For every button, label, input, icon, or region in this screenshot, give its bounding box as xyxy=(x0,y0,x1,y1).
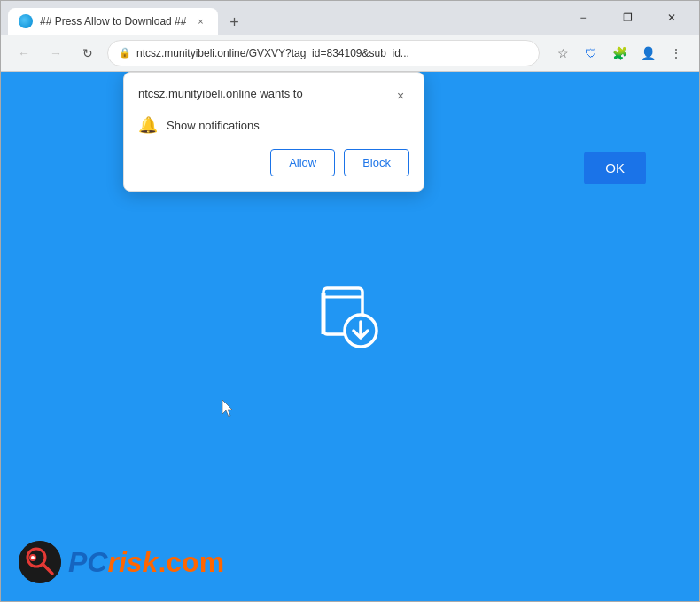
svg-marker-10 xyxy=(222,400,232,417)
address-input[interactable]: 🔒 ntcsz.munityibeli.online/GVXVY?tag_id=… xyxy=(107,40,540,66)
permission-label: Show notifications xyxy=(167,119,260,132)
new-tab-button[interactable]: + xyxy=(222,10,246,35)
popup-permission: 🔔 Show notifications xyxy=(138,115,409,135)
popup-header: ntcsz.munityibeli.online wants to × xyxy=(138,87,409,105)
profile-icon[interactable]: 👤 xyxy=(635,41,660,66)
extension-icon[interactable]: 🧩 xyxy=(607,41,632,66)
risk-text: risk xyxy=(107,546,158,578)
popup-buttons: Allow Block xyxy=(138,149,409,176)
page-content: ntcsz.munityibeli.online wants to × 🔔 Sh… xyxy=(1,72,699,601)
shield-icon[interactable]: 🛡 xyxy=(579,41,603,66)
notification-popup: ntcsz.munityibeli.online wants to × 🔔 Sh… xyxy=(123,72,424,192)
window-controls: − ❐ ✕ xyxy=(563,4,692,31)
bookmark-icon[interactable]: ☆ xyxy=(550,41,575,66)
minimize-button[interactable]: − xyxy=(563,4,603,31)
title-bar: ## Press Allow to Download ## × + − ❐ ✕ xyxy=(1,1,699,35)
svg-point-5 xyxy=(19,541,61,583)
toolbar-icons: ☆ 🛡 🧩 👤 ⋮ xyxy=(550,41,688,66)
pc-text: PC xyxy=(68,546,107,578)
download-illustration xyxy=(315,281,385,356)
pcrisk-logo-icon xyxy=(19,541,61,583)
svg-point-9 xyxy=(31,556,35,559)
menu-icon[interactable]: ⋮ xyxy=(664,41,688,66)
ok-button[interactable]: OK xyxy=(584,152,646,184)
url-text: ntcsz.munityibeli.online/GVXVY?tag_id=83… xyxy=(136,47,528,59)
forward-button[interactable]: → xyxy=(43,41,68,66)
bell-icon: 🔔 xyxy=(138,115,158,135)
allow-button[interactable]: Allow xyxy=(270,149,335,176)
back-button[interactable]: ← xyxy=(12,41,36,66)
maximize-button[interactable]: ❐ xyxy=(607,4,648,31)
popup-title: ntcsz.munityibeli.online wants to xyxy=(138,87,303,100)
tab-close-button[interactable]: × xyxy=(193,14,207,28)
watermark: PCrisk.com xyxy=(19,541,224,583)
block-button[interactable]: Block xyxy=(344,149,409,176)
address-bar: ← → ↻ 🔒 ntcsz.munityibeli.online/GVXVY?t… xyxy=(1,35,699,72)
reload-button[interactable]: ↻ xyxy=(75,41,100,66)
pcrisk-text: PCrisk.com xyxy=(68,546,224,579)
popup-close-button[interactable]: × xyxy=(392,87,409,105)
tab-favicon xyxy=(19,14,33,28)
browser-window: ## Press Allow to Download ## × + − ❐ ✕ … xyxy=(0,0,700,602)
dotcom-text: .com xyxy=(158,546,224,578)
active-tab[interactable]: ## Press Allow to Download ## × xyxy=(8,8,218,35)
lock-icon: 🔒 xyxy=(119,47,131,59)
tab-label: ## Press Allow to Download ## xyxy=(40,15,186,27)
close-button[interactable]: ✕ xyxy=(651,4,692,31)
tab-area: ## Press Allow to Download ## × + xyxy=(8,1,557,35)
